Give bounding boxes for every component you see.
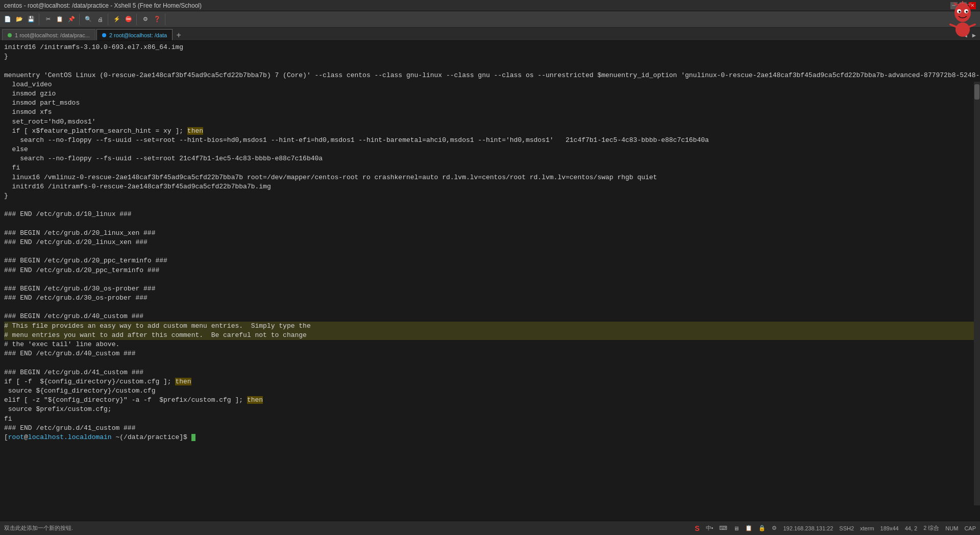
line-col: 44, 2 [905,525,917,531]
term-line-41: fi [4,415,976,424]
term-line-36: ### BEGIN /etc/grub.d/41_custom ### [4,368,976,377]
tab-bar: 1 root@localhost: /data/prac... 2 root@l… [0,28,980,41]
toolbar-find-button[interactable]: 🔍 [83,14,94,25]
tab-2-status-dot [102,33,106,37]
term-line-6: insmod gzio [4,89,976,99]
term-line-17: } [4,191,976,201]
tab-2[interactable]: 2 root@localhost: /data [96,29,173,40]
ssh-label: SSH2 [839,525,854,531]
statusbar-right: S 中• ⌨ 🖥 📋 🔒 ⚙ 192.168.238.131:22 SSH2 x… [695,524,976,532]
toolbar-group-file: 📄 📂 💾 [2,14,39,25]
term-line-2: } [4,52,976,61]
term-line-33: # the 'exec tail' line above. [4,340,976,349]
term-prompt-line: [root@localhost.localdomain ~(/data/prac… [4,433,976,442]
term-line-31: # This file provides an easy way to add … [4,322,976,331]
num-lock-indicator: NUM [945,525,958,531]
term-line-39: elif [ -z "${config_directory}" -a -f $p… [4,396,976,405]
term-line-8: insmod xfs [4,108,976,117]
svg-marker-6 [953,2,958,6]
toolbar-group-search: 🔍 🖨 [83,14,108,25]
keyboard-icon: ⌨ [719,525,727,531]
term-line-21: ### BEGIN /etc/grub.d/20_linux_xen ### [4,229,976,238]
s-icon: S [695,524,699,532]
toolbar-new-button[interactable]: 📄 [2,14,13,25]
term-line-38: source ${config_directory}/custom.cfg [4,386,976,396]
term-line-24: ### BEGIN /etc/grub.d/20_ppc_terminfo ##… [4,256,976,265]
toolbar-cut-button[interactable]: ✂ [42,14,54,25]
ip-address: 192.168.238.131:22 [783,525,833,531]
statusbar-left: 双击此处添加一个新的按钮. [4,524,73,532]
status-bar: 双击此处添加一个新的按钮. S 中• ⌨ 🖥 📋 🔒 ⚙ 192.168.238… [0,521,980,535]
term-line-15: linux16 /vmlinuz-0-rescue-2ae148caf3bf45… [4,173,976,182]
term-line-16: initrd16 /initramfs-0-rescue-2ae148caf3b… [4,182,976,191]
scrollbar-thumb[interactable] [974,84,979,100]
tab-1-label: 1 root@localhost: /data/prac... [15,32,90,38]
toolbar-copy-button[interactable]: 📋 [54,14,65,25]
toolbar-help-button[interactable]: ❓ [152,14,163,25]
svg-point-5 [966,11,968,13]
term-line-34: ### END /etc/grub.d/40_custom ### [4,349,976,358]
svg-line-9 [950,25,955,27]
toolbar-group-settings: ⚙ ❓ [140,14,165,25]
term-line-9: set_root='hd0,msdos1' [4,117,976,127]
term-label: xterm [860,525,874,531]
window-title: centos - root@localhost: /data/practice … [4,2,202,9]
term-line-35 [4,358,976,368]
scrollbar[interactable] [974,82,980,505]
term-line-29 [4,303,976,312]
term-line-1: initrd16 /initramfs-3.10.0-693.el7.x86_6… [4,43,976,52]
term-line-26 [4,275,976,284]
xshell-logo [947,0,978,38]
monitor-icon: 🖥 [733,525,739,531]
tab-status-dot [8,33,12,37]
clipboard-icon: 📋 [745,525,752,531]
tab-1[interactable]: 1 root@localhost: /data/prac... [2,29,95,40]
statusbar-hint: 双击此处添加一个新的按钮. [4,524,73,532]
lock-icon: 🔒 [758,525,766,531]
tab-2-label: 2 root@localhost: /data [109,32,167,38]
term-line-18 [4,201,976,210]
term-line-13: search --no-floppy --fs-uuid --set=root … [4,154,976,163]
term-line-11: search --no-floppy --fs-uuid --set=root … [4,136,976,145]
terminal-area[interactable]: initrd16 /initramfs-3.10.0-693.el7.x86_6… [0,41,980,521]
svg-point-4 [959,11,961,13]
toolbar-open-button[interactable]: 📂 [14,14,25,25]
term-line-4: menuentry 'CentOS Linux (0-rescue-2ae148… [4,71,976,80]
term-line-37: if [ -f ${config_directory}/custom.cfg ]… [4,377,976,386]
term-line-42: ### END /etc/grub.d/41_custom ### [4,424,976,433]
term-line-23 [4,247,976,256]
toolbar-connect-button[interactable]: ⚡ [111,14,122,25]
dimensions: 189x44 [880,525,899,531]
term-line-19: ### END /etc/grub.d/10_linux ### [4,210,976,219]
term-line-14: fi [4,163,976,173]
term-line-7: insmod part_msdos [4,99,976,108]
term-line-28: ### END /etc/grub.d/30_os-prober ### [4,294,976,303]
toolbar-print-button[interactable]: 🖨 [94,14,106,25]
term-line-27: ### BEGIN /etc/grub.d/30_os-prober ### [4,284,976,294]
term-line-5: load_video [4,80,976,89]
caps-lock-indicator: CAP [964,525,976,531]
toolbar-paste-button[interactable]: 📌 [66,14,77,25]
toolbar-disconnect-button[interactable]: ⛔ [123,14,134,25]
term-line-12: else [4,145,976,154]
toolbar: 📄 📂 💾 ✂ 📋 📌 🔍 🖨 ⚡ ⛔ ⚙ ❓ [0,11,980,28]
term-line-3 [4,61,976,70]
s-label: 中• [706,524,714,532]
toolbar-settings-button[interactable]: ⚙ [140,14,151,25]
term-line-20 [4,220,976,229]
add-tab-button[interactable]: + [174,30,184,40]
settings-icon: ⚙ [772,525,777,531]
term-line-30: ### BEGIN /etc/grub.d/40_custom ### [4,312,976,321]
toolbar-group-edit: ✂ 📋 📌 [42,14,80,25]
term-line-40: source $prefix/custom.cfg; [4,405,976,414]
toolbar-group-connect: ⚡ ⛔ [111,14,137,25]
term-line-25: ### END /etc/grub.d/20_ppc_terminfo ### [4,266,976,275]
svg-point-1 [954,4,971,22]
title-bar: centos - root@localhost: /data/practice … [0,0,980,11]
term-line-32: # menu entries you want to add after thi… [4,331,976,340]
toolbar-save-button[interactable]: 💾 [26,14,37,25]
term-line-10: if [ x$feature_platform_search_hint = xy… [4,127,976,136]
svg-point-8 [955,22,970,37]
term-line-22: ### END /etc/grub.d/20_linux_xen ### [4,238,976,247]
zoom: 2 综合 [923,524,939,532]
